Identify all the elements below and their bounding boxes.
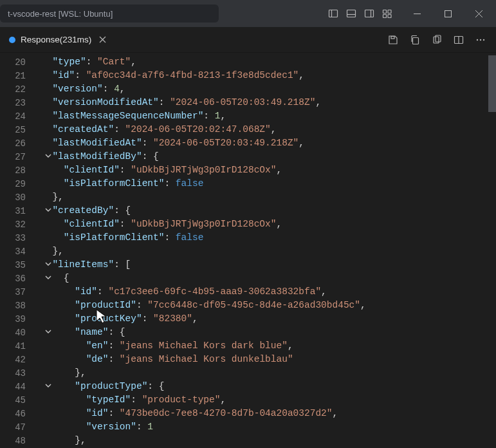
code-line[interactable]: "isPlatformClient": false [41, 231, 496, 245]
code-line[interactable]: "lastModifiedAt": "2024-06-05T20:03:49.2… [41, 136, 496, 150]
save-icon[interactable] [384, 31, 402, 49]
fold-chevron-icon[interactable] [44, 259, 53, 268]
vertical-scrollbar[interactable] [488, 53, 496, 448]
code-line[interactable]: "lastMessageSequenceNumber": 1, [41, 109, 496, 123]
fold-chevron-icon[interactable] [44, 381, 53, 390]
tab-response[interactable]: Response(231ms) [0, 27, 115, 52]
tab-close-icon[interactable] [96, 34, 108, 46]
gutter-line: 39 [0, 312, 41, 326]
token-pun: , [321, 285, 327, 299]
code-line[interactable]: "lastModifiedBy": { [41, 150, 496, 163]
code-line[interactable]: "versionModifiedAt": "2024-06-05T20:03:4… [41, 96, 496, 109]
indent [41, 123, 52, 136]
code-line[interactable]: "productType": { [41, 380, 496, 393]
code-line[interactable]: "productId": "7cc6448c-df05-495c-8d4e-a2… [41, 299, 496, 312]
gutter-line: 38 [0, 299, 41, 312]
line-number: 36 [15, 274, 39, 284]
token-pun: , [120, 82, 125, 96]
token-key: "version" [52, 82, 102, 96]
indent [41, 69, 52, 82]
code-line[interactable]: "name": { [41, 326, 496, 339]
gutter-line: 48 [0, 434, 41, 447]
code-line[interactable]: "typeId": "product-type", [41, 393, 496, 407]
token-pun: , [220, 393, 226, 407]
gutter-line: 44 [0, 380, 41, 393]
token-str: "uDkbBjJRTjWg3p0IrD128cOx" [131, 218, 276, 231]
scrollbar-thumb[interactable] [488, 55, 496, 112]
code-line[interactable]: "de": "jeans Michael Kors dunkelblau" [41, 353, 496, 366]
code-line[interactable]: "id": "af0cc34d-a7f6-4fbd-8213-1f3e8d5cd… [41, 69, 496, 82]
gutter-line: 35 [0, 258, 41, 272]
code-line[interactable]: "id": "473be0dc-7ee8-4270-8d7b-04a20a032… [41, 407, 496, 420]
code-line[interactable]: { [41, 272, 496, 285]
code-line[interactable]: }, [41, 366, 496, 380]
code-line[interactable]: "version": 4, [41, 82, 496, 96]
token-str: "jeans Michael Kors dark blue" [120, 339, 288, 353]
gutter-line: 28 [0, 163, 41, 177]
code-line[interactable]: "productKey": "82380", [41, 312, 496, 326]
layout-sidebar-right-icon[interactable] [361, 5, 378, 22]
fold-chevron-icon[interactable] [44, 327, 53, 336]
gutter-line: 36 [0, 272, 41, 285]
token-pun: : [142, 136, 153, 150]
code-line[interactable]: "clientId": "uDkbBjJRTjWg3p0IrD128cOx", [41, 218, 496, 231]
line-number: 47 [15, 422, 39, 433]
fold-chevron-icon[interactable] [44, 151, 53, 160]
code-content[interactable]: "type": "Cart", "id": "af0cc34d-a7f6-4fb… [41, 53, 496, 448]
minimize-button[interactable] [402, 1, 432, 26]
code-line[interactable]: "type": "Cart", [41, 55, 496, 69]
token-str: "2024-06-05T20:03:49.218Z" [153, 136, 299, 150]
token-pun: : [ [114, 258, 131, 272]
token-key: "createdAt" [52, 123, 114, 136]
token-key: "isPlatformClient" [64, 177, 165, 191]
token-pun: , [288, 339, 293, 353]
token-bool: false [176, 231, 204, 245]
modified-indicator-icon [9, 37, 15, 43]
layout-panel-bottom-icon[interactable] [343, 5, 360, 22]
gutter-line: 20 [0, 55, 41, 69]
code-line[interactable]: }, [41, 434, 496, 447]
gutter-line: 43 [0, 366, 41, 380]
code-line[interactable]: "id": "c17c3ee6-69fc-4b95-aaa9-3062a3832… [41, 285, 496, 299]
copy-icon[interactable] [428, 31, 446, 49]
code-line[interactable]: "version": 1 [41, 420, 496, 434]
token-key: "en" [86, 339, 109, 353]
split-editor-icon[interactable] [450, 31, 468, 49]
code-line[interactable]: "isPlatformClient": false [41, 177, 496, 191]
token-key: "lastMessageSequenceNumber" [52, 109, 203, 123]
gutter-line: 31 [0, 204, 41, 218]
token-pun: , [276, 163, 282, 177]
code-line[interactable]: }, [41, 191, 496, 204]
token-pun: : [86, 55, 97, 69]
more-actions-icon[interactable] [472, 31, 490, 49]
code-line[interactable]: }, [41, 245, 496, 258]
token-num: 4 [114, 82, 120, 96]
title-search-box[interactable]: t-vscode-rest [WSL: Ubuntu] [0, 5, 219, 23]
maximize-button[interactable] [433, 1, 463, 26]
token-num: 1 [147, 420, 153, 434]
token-key: "id" [86, 407, 109, 420]
fold-chevron-icon[interactable] [44, 205, 53, 214]
fold-chevron-icon[interactable] [44, 273, 53, 282]
code-line[interactable]: "createdAt": "2024-06-05T20:02:47.068Z", [41, 123, 496, 136]
editor[interactable]: 2021222324252627282930313233343536373839… [0, 53, 496, 448]
line-number: 30 [15, 192, 39, 203]
line-number: 43 [15, 368, 39, 378]
window-controls [325, 1, 493, 26]
close-button[interactable] [464, 1, 493, 26]
layout-customize-icon[interactable] [379, 5, 396, 22]
indent [41, 245, 52, 258]
code-line[interactable]: "createdBy": { [41, 204, 496, 218]
indent [41, 55, 52, 69]
line-number: 40 [15, 328, 39, 338]
copy-all-icon[interactable] [406, 31, 424, 49]
line-number: 28 [15, 165, 39, 176]
layout-sidebar-left-icon[interactable] [325, 5, 342, 22]
token-num: 1 [215, 109, 221, 123]
code-line[interactable]: "en": "jeans Michael Kors dark blue", [41, 339, 496, 353]
code-line[interactable]: "clientId": "uDkbBjJRTjWg3p0IrD128cOx", [41, 163, 496, 177]
gutter-line: 41 [0, 339, 41, 353]
code-line[interactable]: "lineItems": [ [41, 258, 496, 272]
indent [41, 109, 52, 123]
token-pun: , [276, 218, 282, 231]
